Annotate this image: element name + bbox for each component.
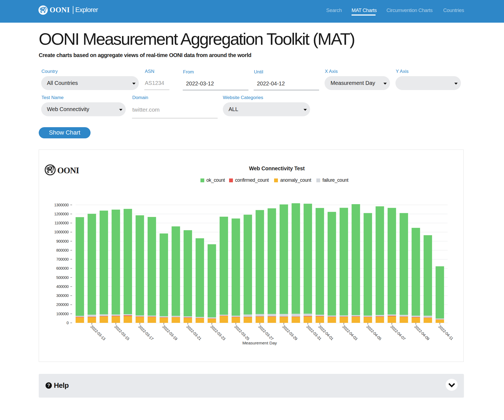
svg-text:2022-04-05: 2022-04-05: [366, 324, 382, 341]
svg-text:700000: 700000: [56, 257, 69, 261]
svg-text:2022-03-25: 2022-03-25: [234, 324, 250, 341]
svg-text:100000: 100000: [56, 312, 69, 316]
svg-text:1000000: 1000000: [54, 230, 69, 234]
svg-text:2022-04-03: 2022-04-03: [342, 324, 358, 341]
svg-text:?: ?: [47, 383, 50, 388]
svg-text:2022-03-13: 2022-03-13: [90, 324, 106, 341]
svg-text:2022-03-15: 2022-03-15: [114, 324, 130, 341]
svg-text:500000: 500000: [56, 275, 69, 280]
svg-text:2022-04-07: 2022-04-07: [390, 324, 406, 341]
svg-text:2022-03-17: 2022-03-17: [138, 324, 154, 341]
svg-text:2022-04-09: 2022-04-09: [414, 324, 430, 341]
svg-text:300000: 300000: [56, 293, 69, 298]
svg-text:Measurement Day: Measurement Day: [242, 341, 277, 345]
svg-text:2022-03-29: 2022-03-29: [282, 324, 298, 341]
svg-text:0: 0: [67, 321, 69, 325]
svg-text:400000: 400000: [56, 284, 69, 289]
svg-text:2022-03-23: 2022-03-23: [210, 324, 226, 341]
svg-text:2022-04-11: 2022-04-11: [438, 324, 454, 341]
svg-text:1300000: 1300000: [54, 203, 69, 207]
svg-text:200000: 200000: [56, 302, 69, 307]
svg-text:2022-03-21: 2022-03-21: [186, 324, 202, 341]
svg-text:1100000: 1100000: [55, 221, 69, 225]
svg-text:900000: 900000: [56, 239, 69, 243]
svg-text:1200000: 1200000: [54, 212, 69, 216]
svg-text:600000: 600000: [56, 266, 69, 270]
svg-text:2022-03-19: 2022-03-19: [162, 324, 178, 341]
svg-text:800000: 800000: [56, 248, 69, 252]
svg-text:2022-03-27: 2022-03-27: [258, 324, 274, 341]
